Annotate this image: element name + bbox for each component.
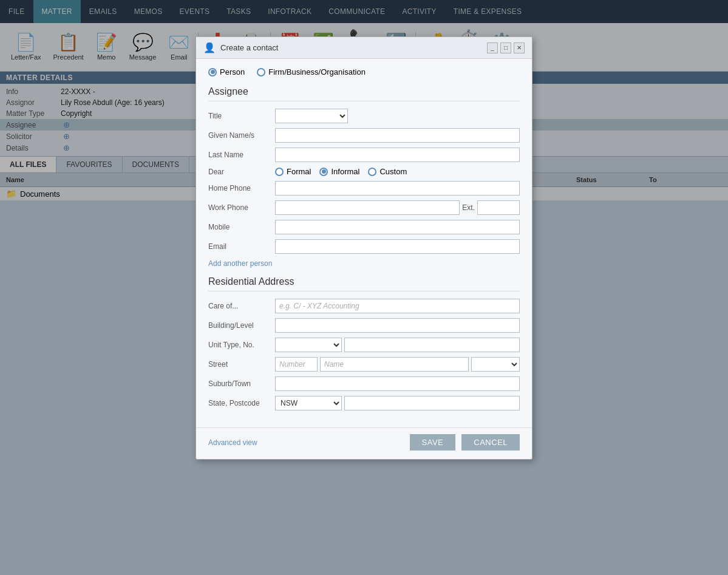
formal-radio-option[interactable]: Formal (275, 167, 311, 176)
state-inputs: NSW VIC QLD WA SA TAS ACT NT (275, 396, 520, 410)
dear-options: Formal Informal Custom (275, 167, 407, 176)
dialog-controls: _ □ ✕ (487, 43, 525, 53)
street-label: Street (208, 360, 275, 369)
title-field-label: Title (208, 112, 275, 120)
last-name-label: Last Name (208, 151, 275, 159)
state-row: State, Postcode NSW VIC QLD WA SA TAS AC… (208, 396, 520, 410)
dialog-body: Person Firm/Business/Organisation Assign… (196, 59, 532, 424)
person-radio-label: Person (220, 67, 245, 77)
street-number-input[interactable] (275, 357, 318, 372)
suburb-input[interactable] (275, 376, 520, 391)
state-label: State, Postcode (208, 399, 275, 407)
work-phone-row: Work Phone Ext. (208, 200, 520, 215)
postcode-input[interactable] (344, 396, 520, 410)
unit-inputs: Unit Apt Suite (275, 338, 520, 352)
home-phone-input[interactable] (275, 181, 520, 196)
dialog-title-text: Create a contact (220, 43, 278, 52)
close-button[interactable]: ✕ (514, 43, 525, 53)
assignee-section-heading: Assignee (208, 86, 520, 101)
street-row: Street St Ave Rd Dr (208, 357, 520, 372)
title-row: Title Mr Mrs Ms Miss Dr (208, 109, 520, 123)
suburb-row: Suburb/Town (208, 376, 520, 391)
add-person-link[interactable]: Add another person (208, 259, 272, 268)
address-section-heading: Residential Address (208, 276, 520, 291)
firm-radio[interactable] (257, 68, 265, 77)
dialog-footer: Advanced view SAVE CANCEL (196, 427, 532, 459)
email-row: Email (208, 239, 520, 254)
work-phone-container: Ext. (275, 200, 520, 215)
dear-label: Dear (208, 168, 275, 176)
building-row: Building/Level (208, 318, 520, 333)
formal-radio[interactable] (275, 168, 284, 176)
dear-row: Dear Formal Informal Custom (208, 167, 520, 176)
formal-radio-label: Formal (287, 167, 311, 176)
unit-type-row: Unit Type, No. Unit Apt Suite (208, 338, 520, 352)
last-name-input[interactable] (275, 148, 520, 162)
work-phone-input[interactable] (275, 200, 460, 215)
unit-type-select[interactable]: Unit Apt Suite (275, 338, 342, 352)
home-phone-row: Home Phone (208, 181, 520, 196)
custom-radio-label: Custom (379, 167, 407, 176)
advanced-view-link[interactable]: Advanced view (208, 438, 257, 447)
care-of-input[interactable] (275, 299, 520, 313)
save-button[interactable]: SAVE (410, 434, 456, 451)
last-name-row: Last Name (208, 148, 520, 162)
contact-type-group: Person Firm/Business/Organisation (208, 67, 520, 77)
home-phone-label: Home Phone (208, 184, 275, 192)
cancel-button[interactable]: CANCEL (461, 434, 520, 451)
state-select[interactable]: NSW VIC QLD WA SA TAS ACT NT (275, 396, 342, 410)
street-inputs: St Ave Rd Dr (275, 357, 520, 372)
firm-radio-option[interactable]: Firm/Business/Organisation (257, 67, 366, 77)
create-contact-dialog: 👤 Create a contact _ □ ✕ Person Firm/Bus… (196, 36, 532, 460)
mobile-row: Mobile (208, 220, 520, 234)
given-names-row: Given Name/s (208, 128, 520, 143)
given-names-label: Given Name/s (208, 131, 275, 140)
mobile-input[interactable] (275, 220, 520, 234)
informal-radio[interactable] (319, 168, 328, 176)
building-label: Building/Level (208, 321, 275, 330)
person-icon: 👤 (203, 42, 216, 53)
unit-type-label: Unit Type, No. (208, 341, 275, 349)
email-input[interactable] (275, 239, 520, 254)
ext-label: Ext. (462, 203, 475, 212)
person-radio[interactable] (208, 68, 217, 77)
title-select[interactable]: Mr Mrs Ms Miss Dr (275, 109, 348, 123)
minimize-button[interactable]: _ (487, 43, 498, 53)
ext-input[interactable] (477, 200, 520, 215)
care-of-row: Care of... (208, 299, 520, 313)
street-type-select[interactable]: St Ave Rd Dr (471, 357, 520, 372)
suburb-label: Suburb/Town (208, 379, 275, 388)
informal-radio-label: Informal (331, 167, 359, 176)
mobile-label: Mobile (208, 223, 275, 231)
work-phone-label: Work Phone (208, 203, 275, 212)
informal-radio-option[interactable]: Informal (319, 167, 359, 176)
firm-radio-label: Firm/Business/Organisation (268, 67, 366, 77)
maximize-button[interactable]: □ (500, 43, 511, 53)
custom-radio-option[interactable]: Custom (368, 167, 407, 176)
building-input[interactable] (275, 318, 520, 333)
email-label: Email (208, 242, 275, 251)
given-names-input[interactable] (275, 128, 520, 143)
person-radio-option[interactable]: Person (208, 67, 245, 77)
street-name-input[interactable] (320, 357, 469, 372)
unit-number-input[interactable] (344, 338, 520, 352)
care-of-label: Care of... (208, 302, 275, 310)
custom-radio[interactable] (368, 168, 376, 176)
dialog-titlebar: 👤 Create a contact _ □ ✕ (196, 37, 532, 59)
modal-overlay: 👤 Create a contact _ □ ✕ Person Firm/Bus… (0, 0, 728, 575)
dialog-title: 👤 Create a contact (203, 42, 278, 53)
